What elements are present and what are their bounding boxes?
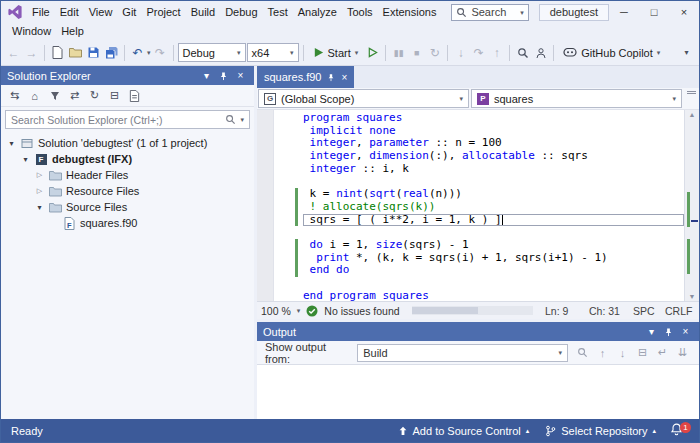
new-file-icon[interactable] — [49, 44, 66, 62]
code-line-current[interactable]: sqrs = [ ( i**2, i = 1, k ) ] — [303, 214, 684, 227]
window-position-icon[interactable]: ▾ — [644, 324, 659, 339]
solution-configuration-dropdown[interactable]: Debug ▾ — [178, 43, 246, 62]
code-line[interactable]: print *, (k, k = sqrs(i) + 1, sqrs(i+1) … — [303, 252, 684, 265]
close-icon[interactable]: × — [678, 324, 693, 339]
horizontal-scrollbar[interactable] — [412, 306, 533, 315]
tree-item-debugtest-ifx[interactable]: ▾Fdebugtest (IFX) — [1, 151, 254, 167]
tree-item-resource-files[interactable]: ▷Resource Files — [1, 183, 254, 199]
menu-debug[interactable]: Debug — [220, 2, 262, 23]
live-share-icon[interactable] — [532, 44, 549, 62]
show-all-files-icon[interactable] — [126, 87, 143, 105]
notifications-button[interactable]: 1 — [664, 423, 689, 438]
breakpoint-margin[interactable] — [257, 110, 274, 301]
output-header[interactable]: Output ▾ × — [257, 322, 699, 341]
pending-changes-filter-icon[interactable] — [46, 87, 63, 105]
search-dropdown-caret-icon[interactable]: ▾ — [520, 9, 524, 16]
code-area[interactable]: program squares implicit none integer, p… — [257, 110, 699, 301]
undo-dropdown-caret-icon[interactable]: ▾ — [147, 49, 151, 56]
health-check-icon[interactable] — [306, 305, 318, 317]
tree-item-squares-f90[interactable]: Fsquares.f90 — [1, 215, 254, 231]
stop-debugging-icon[interactable]: ■ — [408, 44, 425, 62]
find-in-files-icon[interactable] — [514, 44, 531, 62]
menu-window[interactable]: Window — [7, 21, 56, 42]
menu-help[interactable]: Help — [56, 21, 89, 42]
chevron-down-icon[interactable]: ▾ — [240, 116, 244, 123]
menu-file[interactable]: File — [27, 2, 55, 23]
chevron-right-icon[interactable]: ▷ — [35, 187, 44, 195]
menu-test[interactable]: Test — [263, 2, 293, 23]
tree-item-source-files[interactable]: ▾Source Files — [1, 199, 254, 215]
step-into-icon[interactable]: ↓ — [452, 44, 469, 62]
zoom-level[interactable]: 100 % — [261, 305, 291, 317]
menu-build[interactable]: Build — [186, 2, 220, 23]
close-tab-icon[interactable]: × — [341, 72, 347, 83]
output-source-dropdown[interactable]: Build ▾ — [357, 344, 568, 362]
save-icon[interactable] — [85, 44, 102, 62]
close-button[interactable]: × — [669, 1, 699, 23]
chevron-down-icon[interactable]: ▾ — [7, 139, 16, 148]
sync-with-active-document-icon[interactable]: ⇄ — [66, 87, 83, 105]
toolbar-overflow-icon[interactable]: ▾ — [678, 44, 695, 62]
scroll-down-icon[interactable]: ▼ — [685, 293, 699, 300]
health-status-text[interactable]: No issues found — [324, 305, 399, 317]
start-without-debugging-icon[interactable] — [364, 44, 381, 62]
undo-icon[interactable]: ↶ — [129, 44, 146, 62]
close-icon[interactable]: × — [233, 68, 248, 83]
pin-tab-icon[interactable] — [327, 73, 335, 82]
refresh-icon[interactable]: ↻ — [86, 87, 103, 105]
solution-platform-dropdown[interactable]: x64 ▾ — [247, 43, 299, 62]
collapse-all-icon[interactable]: ⊟ — [106, 87, 123, 105]
code-line[interactable]: end do — [303, 264, 684, 277]
tab-squares-f90[interactable]: squares.f90 × — [257, 66, 354, 88]
github-copilot-button[interactable]: GitHub Copilot ▾ — [558, 43, 665, 63]
word-wrap-icon[interactable]: ↵ — [654, 344, 671, 362]
step-over-icon[interactable]: ↷ — [470, 44, 487, 62]
autoscroll-icon[interactable]: ⇊ — [674, 344, 691, 362]
open-file-icon[interactable] — [67, 44, 84, 62]
break-all-icon[interactable]: ▮▮ — [390, 44, 407, 62]
add-to-source-control-button[interactable]: Add to Source Control ▴ — [390, 419, 538, 442]
solution-explorer-search-input[interactable]: Search Solution Explorer (Ctrl+;) ▾ — [5, 110, 250, 129]
menu-view[interactable]: View — [84, 2, 118, 23]
switch-views-icon[interactable]: ⇆ — [6, 87, 23, 105]
start-debugging-button[interactable]: Start ▾ — [308, 43, 364, 63]
output-content[interactable] — [257, 365, 699, 419]
home-icon[interactable]: ⌂ — [26, 87, 43, 105]
vertical-scrollbar[interactable]: ▲ ▼ — [684, 110, 699, 301]
scrollbar-thumb[interactable] — [412, 307, 479, 314]
redo-icon[interactable]: ↷ — [152, 44, 169, 62]
step-out-icon[interactable]: ↑ — [488, 44, 505, 62]
window-position-icon[interactable]: ▾ — [199, 68, 214, 83]
chevron-down-icon[interactable]: ▾ — [21, 155, 30, 164]
menu-analyze[interactable]: Analyze — [293, 2, 342, 23]
menu-extensions[interactable]: Extensions — [378, 2, 442, 23]
zoom-dropdown-caret-icon[interactable]: ▾ — [297, 307, 301, 314]
minimize-button[interactable]: ─ — [609, 1, 639, 23]
code-line[interactable]: end program squares — [303, 290, 684, 303]
member-dropdown[interactable]: P squares ▾ — [471, 89, 682, 108]
menu-git[interactable]: Git — [117, 2, 141, 23]
menu-edit[interactable]: Edit — [55, 2, 84, 23]
tree-item-solution-debugtest-1-of-1-project[interactable]: ▾Solution 'debugtest' (1 of 1 project) — [1, 135, 254, 151]
menu-tools[interactable]: Tools — [342, 2, 378, 23]
code-line[interactable]: integer :: i, k — [303, 163, 684, 176]
quick-search-box[interactable]: Search ▾ — [451, 4, 528, 21]
menu-project[interactable]: Project — [141, 2, 185, 23]
maximize-button[interactable]: □ — [639, 1, 669, 23]
pin-icon[interactable] — [661, 324, 676, 339]
navigate-forward-icon[interactable]: → — [23, 44, 40, 62]
previous-message-icon[interactable]: ↑ — [594, 344, 611, 362]
splitter-handle[interactable] — [684, 88, 699, 109]
find-message-icon[interactable] — [574, 344, 591, 362]
solution-explorer-header[interactable]: Solution Explorer ▾ × — [1, 66, 254, 85]
save-all-icon[interactable] — [103, 44, 120, 62]
scroll-up-icon[interactable]: ▲ — [685, 111, 699, 118]
tree-item-header-files[interactable]: ▷Header Files — [1, 167, 254, 183]
restart-icon[interactable]: ↻ — [426, 44, 443, 62]
chevron-right-icon[interactable]: ▷ — [35, 171, 44, 179]
scope-dropdown[interactable]: G (Global Scope) ▾ — [258, 89, 469, 108]
chevron-down-icon[interactable]: ▾ — [35, 203, 44, 212]
navigate-backward-icon[interactable]: ← — [5, 44, 22, 62]
clear-all-icon[interactable]: ⊟ — [634, 344, 651, 362]
select-repository-button[interactable]: Select Repository ▴ — [537, 419, 664, 442]
